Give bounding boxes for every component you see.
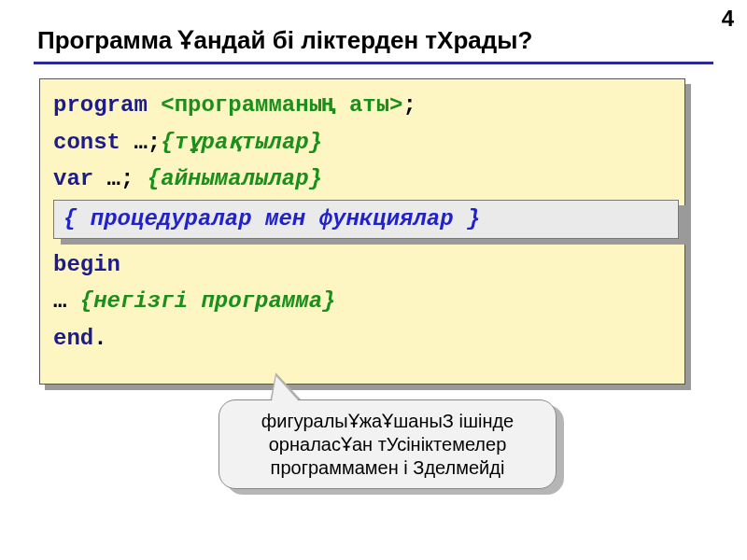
procedures-functions-box: { процедуралар мен функциялар }	[53, 200, 679, 239]
keyword-program: program	[53, 92, 148, 118]
code-line-1: program <программаның аты>;	[53, 87, 671, 124]
keyword-end: end	[53, 326, 93, 351]
callout-body: фигуралыҰжаҰшаныЗ ішінде орналасҰан тУсі…	[218, 399, 557, 489]
code-line-6: … {негізгі программа}	[53, 283, 671, 320]
callout-text: фигуралыҰжаҰшаныЗ ішінде орналасҰан тУсі…	[231, 410, 544, 480]
callout-tail	[266, 373, 302, 409]
code-line-3: var …; {айнымалылар}	[53, 161, 671, 198]
code-line-2: const …;{тұрақтылар}	[53, 124, 671, 161]
end-dot: .	[93, 326, 106, 351]
comment-main-program: {негізгі программа}	[80, 288, 336, 314]
inset-row-wrap: { процедуралар мен функциялар }	[53, 200, 671, 245]
comment-variables: {айнымалылар}	[148, 166, 322, 191]
speech-callout: фигуралыҰжаҰшаныЗ ішінде орналасҰан тУсі…	[218, 377, 573, 508]
code-box: program <программаның аты>; const …;{тұр…	[39, 78, 685, 385]
comment-constants: {тұрақтылар}	[161, 130, 322, 155]
main-ellipsis: …	[53, 288, 80, 314]
keyword-var: var	[53, 166, 93, 191]
title-divider	[34, 62, 713, 64]
page-number: 4	[722, 6, 734, 32]
procedures-functions-text: { процедуралар мен функциялар }	[63, 201, 480, 238]
keyword-begin: begin	[53, 252, 120, 277]
slide: 4 Программа Ұандай бі ліктерден тХрады? …	[0, 0, 747, 560]
const-ellipsis: …;	[120, 130, 161, 155]
code-line-5: begin	[53, 246, 671, 284]
var-ellipsis: …;	[93, 166, 148, 191]
program-name-placeholder: <программаның аты>	[161, 92, 402, 118]
slide-title: Программа Ұандай бі ліктерден тХрады?	[37, 26, 710, 55]
semicolon: ;	[403, 92, 416, 118]
code-line-7: end.	[53, 320, 671, 357]
keyword-const: const	[53, 130, 120, 155]
